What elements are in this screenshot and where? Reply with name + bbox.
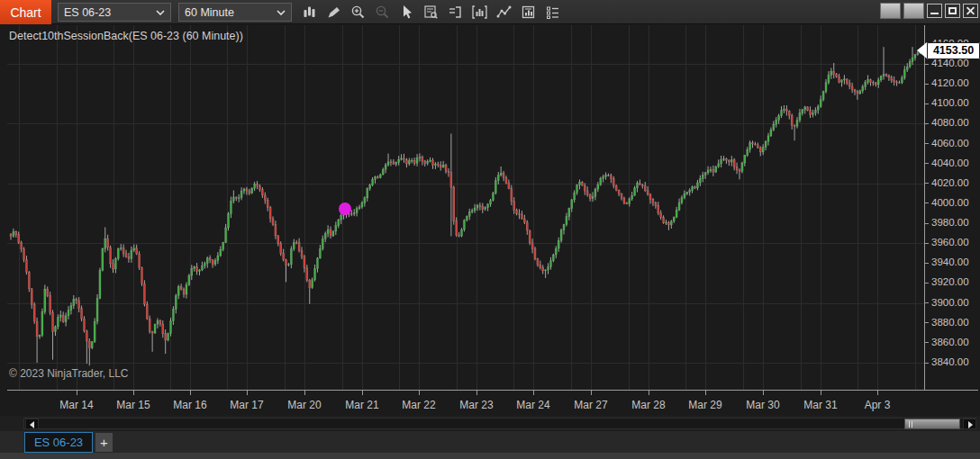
price-axis-label: 3880.00 bbox=[931, 317, 969, 328]
price-axis-label: 4000.00 bbox=[931, 197, 969, 208]
date-axis-label: Mar 27 bbox=[564, 399, 618, 411]
date-axis-label: Mar 31 bbox=[794, 399, 848, 411]
time-axis[interactable]: Mar 14Mar 15Mar 16Mar 17Mar 20Mar 21Mar … bbox=[0, 391, 980, 416]
price-axis-label: 4040.00 bbox=[931, 158, 969, 168]
add-tab-button[interactable]: + bbox=[95, 433, 113, 452]
scrollbar-track[interactable] bbox=[23, 418, 976, 429]
pencil-icon bbox=[326, 4, 341, 20]
price-marker-arrow-icon bbox=[917, 42, 927, 58]
price-axis-label: 3940.00 bbox=[931, 256, 969, 267]
toolbar: Chart ES 06-23 60 Minute bbox=[0, 0, 980, 24]
zoom-in-icon bbox=[350, 4, 366, 20]
date-axis-label: Mar 30 bbox=[736, 399, 790, 411]
link-button-1[interactable] bbox=[880, 3, 901, 19]
price-axis-label: 3920.00 bbox=[931, 276, 969, 287]
zoom-out-icon bbox=[375, 4, 390, 20]
restore-button[interactable] bbox=[945, 4, 960, 18]
cursor-button[interactable] bbox=[395, 1, 419, 23]
horizontal-scrollbar bbox=[0, 416, 980, 431]
chart-trader-button[interactable] bbox=[443, 1, 467, 23]
date-axis-label: Mar 15 bbox=[106, 399, 160, 411]
indicators-button[interactable] bbox=[467, 1, 492, 23]
minimize-button[interactable] bbox=[927, 4, 942, 18]
tab-es-06-23[interactable]: ES 06-23 bbox=[24, 432, 93, 453]
window-bottom-edge bbox=[0, 453, 980, 459]
instrument-value: ES 06-23 bbox=[64, 6, 156, 19]
window-controls bbox=[880, 3, 978, 19]
price-axis-label: 4080.00 bbox=[931, 117, 969, 128]
interval-selector[interactable]: 60 Minute bbox=[178, 3, 292, 22]
indicator-label: Detect10thSessionBack(ES 06-23 (60 Minut… bbox=[9, 30, 243, 42]
chevron-down-icon bbox=[277, 10, 286, 15]
drawing-tools-button[interactable] bbox=[322, 1, 346, 23]
chevron-down-icon bbox=[156, 10, 165, 15]
price-axis-label: 4020.00 bbox=[931, 177, 969, 188]
date-axis-label: Mar 21 bbox=[335, 399, 389, 411]
date-axis-label: Mar 29 bbox=[678, 399, 732, 411]
date-axis-label: Mar 16 bbox=[163, 399, 217, 411]
date-axis-label: Mar 17 bbox=[220, 399, 274, 411]
price-axis-label: 3960.00 bbox=[931, 237, 969, 248]
chart-style-icon bbox=[302, 4, 317, 20]
price-axis-label: 3900.00 bbox=[931, 297, 969, 308]
cursor-icon bbox=[399, 4, 414, 20]
zoom-in-button[interactable] bbox=[346, 1, 370, 23]
close-button[interactable] bbox=[963, 4, 978, 18]
indicators-icon bbox=[471, 4, 488, 20]
date-axis-label: Mar 20 bbox=[277, 399, 331, 411]
price-axis-label: 4060.00 bbox=[931, 138, 969, 148]
price-axis-label: 4100.00 bbox=[931, 97, 969, 108]
chart-style-button[interactable] bbox=[297, 1, 322, 23]
data-box-icon bbox=[423, 4, 439, 20]
date-axis-label: Mar 24 bbox=[506, 399, 560, 411]
scrollbar-right-arrow[interactable] bbox=[963, 418, 976, 429]
copyright-label: © 2023 NinjaTrader, LLC bbox=[9, 367, 128, 380]
scrollbar-left-arrow[interactable] bbox=[25, 418, 39, 429]
price-axis-label: 4140.00 bbox=[931, 58, 969, 68]
chart-window: Chart ES 06-23 60 Minute bbox=[0, 0, 980, 459]
price-axis[interactable]: 4160.004140.004120.004100.004080.004060.… bbox=[925, 25, 980, 390]
link-button-2[interactable] bbox=[903, 3, 924, 19]
interval-value: 60 Minute bbox=[185, 6, 277, 19]
date-axis-label: Mar 28 bbox=[622, 399, 676, 411]
chart-trader-icon bbox=[448, 4, 463, 20]
last-price-value: 4153.50 bbox=[927, 42, 980, 59]
data-box-button[interactable] bbox=[419, 1, 443, 23]
instrument-selector[interactable]: ES 06-23 bbox=[58, 3, 171, 22]
toolbar-icons bbox=[297, 0, 565, 24]
tab-bar: ES 06-23 + bbox=[0, 431, 980, 453]
strategies-icon bbox=[496, 4, 512, 20]
restore-icon bbox=[948, 7, 957, 14]
price-axis-label: 3980.00 bbox=[931, 217, 969, 228]
scrollbar-thumb[interactable] bbox=[904, 418, 960, 429]
last-price-marker: 4153.50 bbox=[917, 42, 980, 59]
date-axis-label: Apr 3 bbox=[850, 399, 904, 411]
price-axis-label: 4120.00 bbox=[931, 77, 969, 88]
date-axis-label: Mar 23 bbox=[449, 399, 504, 411]
date-axis-label: Mar 22 bbox=[392, 399, 446, 411]
market-analyzer-button[interactable] bbox=[516, 1, 540, 23]
market-analyzer-icon bbox=[521, 4, 536, 20]
minimize-icon bbox=[930, 13, 939, 14]
strategies-button[interactable] bbox=[492, 1, 516, 23]
zoom-out-button[interactable] bbox=[370, 1, 395, 23]
properties-button[interactable] bbox=[540, 1, 565, 23]
date-axis-label: Mar 14 bbox=[50, 399, 104, 411]
price-axis-label: 3860.00 bbox=[931, 337, 969, 347]
properties-icon bbox=[545, 4, 560, 20]
chart-menu-button[interactable]: Chart bbox=[0, 0, 51, 24]
price-axis-label: 3840.00 bbox=[931, 356, 969, 367]
